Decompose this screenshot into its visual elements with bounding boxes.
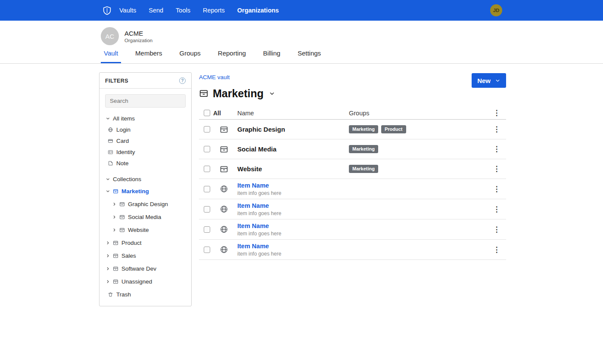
new-button-label: New [477, 77, 491, 84]
chevron-right-icon [112, 202, 117, 207]
collection-software-dev[interactable]: Software Dev [99, 262, 191, 275]
globe-icon [220, 205, 237, 213]
org-header: AC ACME Organization Vault Members Group… [0, 21, 603, 64]
collection-icon [119, 214, 125, 220]
group-badge: Marketing [349, 125, 378, 133]
org-identity: AC ACME Organization [0, 21, 603, 46]
collection-social-media[interactable]: Social Media [99, 210, 191, 223]
collection-icon [199, 89, 208, 98]
row-checkbox[interactable] [204, 166, 210, 172]
row-checkbox[interactable] [204, 186, 210, 192]
collection-icon [113, 188, 118, 194]
row-checkbox[interactable] [204, 226, 210, 233]
row-options-menu-icon[interactable]: ⋮ [491, 185, 503, 194]
help-icon[interactable]: ? [179, 77, 186, 84]
row-options-menu-icon[interactable]: ⋮ [491, 205, 503, 214]
group-badge: Product [381, 125, 406, 133]
table-options-menu-icon[interactable]: ⋮ [491, 108, 503, 117]
collection-marketing[interactable]: Marketing [99, 185, 191, 197]
tab-reporting[interactable]: Reporting [215, 46, 249, 63]
tab-groups[interactable]: Groups [177, 46, 204, 63]
item-name-link[interactable]: Item Name [237, 182, 269, 189]
collection-graphic-design[interactable]: Graphic Design [99, 197, 191, 210]
org-avatar: AC [101, 27, 119, 45]
search-input[interactable] [105, 94, 186, 108]
collection-icon [119, 201, 125, 207]
collection-unassigned[interactable]: Unassigned [99, 275, 191, 288]
select-all-checkbox[interactable] [204, 110, 210, 116]
page-title: Marketing [213, 87, 264, 100]
collection-label: Website [128, 227, 149, 233]
table-row[interactable]: Graphic Design Marketing Product ⋮ [199, 120, 506, 139]
title-row: Marketing [199, 86, 506, 101]
tab-billing[interactable]: Billing [260, 46, 283, 63]
row-options-menu-icon[interactable]: ⋮ [491, 225, 503, 234]
chevron-right-icon [112, 215, 117, 219]
filter-type-card[interactable]: Card [99, 135, 191, 146]
item-info: item info goes here [237, 210, 349, 216]
nav-item-organizations[interactable]: Organizations [237, 7, 279, 14]
row-checkbox[interactable] [204, 247, 210, 253]
collection-name[interactable]: Website [237, 165, 262, 173]
row-options-menu-icon[interactable]: ⋮ [491, 145, 503, 154]
filter-collections-group[interactable]: Collections [99, 173, 191, 185]
org-name: ACME [124, 30, 152, 37]
item-name-link[interactable]: Item Name [237, 243, 269, 250]
table-row[interactable]: Item Name item info goes here ⋮ [199, 179, 506, 199]
collection-sales[interactable]: Sales [99, 249, 191, 262]
nav-item-tools[interactable]: Tools [176, 7, 190, 14]
user-avatar[interactable]: JD [490, 4, 502, 16]
new-button[interactable]: New [472, 73, 506, 88]
filter-type-note[interactable]: Note [99, 157, 191, 169]
collection-name[interactable]: Social Media [237, 145, 277, 153]
row-checkbox[interactable] [204, 126, 210, 133]
chevron-down-icon[interactable] [269, 90, 275, 97]
content-area: FILTERS ? All items Login Card Identity [0, 64, 603, 364]
filter-tree: All items Login Card Identity Note Colle… [99, 111, 191, 302]
table-row[interactable]: Item Name item info goes here ⋮ [199, 219, 506, 240]
nav-item-reports[interactable]: Reports [203, 7, 225, 14]
row-options-menu-icon[interactable]: ⋮ [491, 245, 503, 254]
breadcrumb[interactable]: ACME vault [199, 74, 230, 80]
tab-vault[interactable]: Vault [101, 46, 121, 63]
collection-product[interactable]: Product [99, 236, 191, 249]
row-options-menu-icon[interactable]: ⋮ [491, 164, 503, 173]
item-name-link[interactable]: Item Name [237, 202, 269, 209]
globe-icon [220, 225, 237, 234]
table-row[interactable]: Item Name item info goes here ⋮ [199, 199, 506, 219]
collection-website[interactable]: Website [99, 223, 191, 236]
filter-label: Trash [116, 291, 131, 298]
navbar-menu: Vaults Send Tools Reports Organizations [119, 7, 279, 14]
chevron-right-icon [112, 228, 117, 232]
tab-members[interactable]: Members [132, 46, 165, 63]
nav-item-vaults[interactable]: Vaults [119, 7, 136, 14]
collection-icon [220, 165, 237, 173]
filter-all-items[interactable]: All items [99, 113, 191, 124]
chevron-right-icon [106, 241, 110, 245]
collection-label: Graphic Design [128, 201, 168, 207]
trash-icon [108, 292, 113, 297]
filters-header: FILTERS ? [99, 73, 191, 89]
tab-settings[interactable]: Settings [295, 46, 324, 63]
note-icon [108, 160, 113, 166]
collection-name[interactable]: Graphic Design [237, 126, 285, 133]
chevron-right-icon [106, 266, 110, 271]
row-checkbox[interactable] [204, 146, 210, 152]
row-options-menu-icon[interactable]: ⋮ [491, 125, 503, 134]
vault-table: All Name Groups ⋮ Graphic Design Marketi… [199, 107, 506, 260]
column-header-groups: Groups [349, 110, 487, 117]
collection-label: Product [121, 240, 142, 246]
filter-trash[interactable]: Trash [99, 288, 191, 301]
globe-icon [220, 185, 237, 193]
nav-item-send[interactable]: Send [149, 7, 163, 14]
row-checkbox[interactable] [204, 206, 210, 213]
filter-type-login[interactable]: Login [99, 124, 191, 135]
table-row[interactable]: Social Media Marketing ⋮ [199, 139, 506, 159]
vault-panel: ACME vault Marketing New All Name [199, 73, 506, 260]
table-row[interactable]: Website Marketing ⋮ [199, 159, 506, 179]
filter-label: Collections [113, 176, 141, 182]
top-navbar: Vaults Send Tools Reports Organizations … [0, 0, 603, 21]
filter-type-identity[interactable]: Identity [99, 146, 191, 157]
table-row[interactable]: Item Name item info goes here ⋮ [199, 240, 506, 260]
item-name-link[interactable]: Item Name [237, 222, 269, 229]
